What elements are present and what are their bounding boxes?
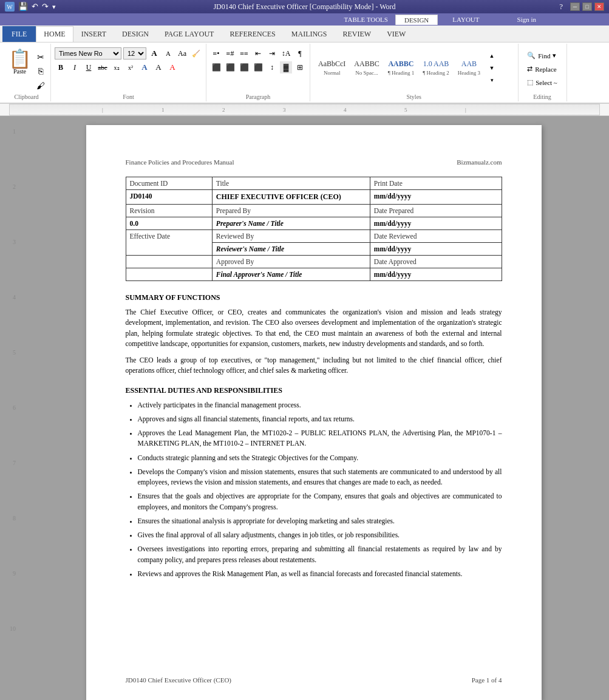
style-heading2[interactable]: 1.0 AAB ¶ Heading 2 [418, 57, 454, 78]
shrink-font-button[interactable]: A [162, 47, 174, 59]
title-bar: W 💾 ↶ ↷ ▾ JD0140 Chief Executive Officer… [0, 0, 609, 13]
find-label: Find [538, 52, 550, 59]
empty-cell-2 [126, 268, 212, 281]
page-marker-10: 10 [10, 625, 16, 632]
styles-more[interactable]: ▾ [486, 74, 498, 86]
page-marker-1: 1 [13, 128, 16, 135]
style-normal-label: Normal [324, 70, 341, 76]
styles-scroll-up[interactable]: ▲ [486, 50, 498, 62]
bold-button[interactable]: B [55, 61, 67, 73]
table-layout-tab[interactable]: LAYOUT [440, 15, 491, 24]
summary-paragraph-2: The CEO leads a group of top executives,… [126, 355, 502, 376]
replace-button[interactable]: ⇄ Replace [523, 63, 561, 75]
replace-icon: ⇄ [527, 65, 532, 73]
list-item: Actively participates in the financial m… [138, 400, 502, 410]
strikethrough-button[interactable]: abc [97, 61, 109, 73]
quick-access-save[interactable]: 💾 [18, 2, 28, 12]
sign-in[interactable]: Sign in [517, 16, 536, 23]
help-btn[interactable]: ? [559, 2, 563, 12]
text-effects-button[interactable]: A [138, 61, 151, 73]
line-spacing-button[interactable]: ↕ [266, 61, 278, 73]
bullets-button[interactable]: ≡• [210, 47, 222, 59]
select-label: Select ~ [536, 79, 557, 86]
print-date-value: mm/dd/yyyy [370, 190, 502, 205]
document-header: Finance Policies and Procedures Manual B… [126, 158, 502, 166]
highlight-button[interactable]: A [152, 61, 165, 73]
center-button[interactable]: ⬛ [224, 61, 236, 73]
increase-indent-button[interactable]: ⇥ [266, 47, 278, 59]
clear-format-button[interactable]: Aa [176, 47, 188, 59]
font-name-select[interactable]: Times New Ro [55, 47, 121, 59]
italic-button[interactable]: I [69, 61, 81, 73]
superscript-button[interactable]: x² [124, 61, 137, 73]
numbering-button[interactable]: ≡# [224, 47, 236, 59]
restore-btn[interactable]: □ [582, 2, 592, 11]
styles-scroll-down[interactable]: ▼ [486, 62, 498, 74]
close-btn[interactable]: ✕ [594, 2, 604, 11]
grow-font-button[interactable]: A [148, 47, 160, 59]
decrease-indent-button[interactable]: ⇤ [252, 47, 264, 59]
minimize-btn[interactable]: ─ [570, 2, 580, 11]
style-heading3-preview: AAB [461, 59, 477, 69]
change-case-button[interactable]: 🧹 [190, 47, 202, 59]
empty-cell [126, 256, 212, 268]
main-area: 1 2 3 4 5 6 7 8 9 10 Finance Policies an… [0, 116, 609, 700]
tab-review[interactable]: REVIEW [335, 26, 379, 42]
multilevel-button[interactable]: ≡≡ [238, 47, 250, 59]
quick-access-undo[interactable]: ↶ [32, 2, 38, 12]
paste-icon: 📋 [9, 50, 31, 68]
tab-home[interactable]: HOME [36, 26, 73, 42]
approved-by-label: Approved By [212, 256, 370, 268]
align-left-button[interactable]: ⬛ [210, 61, 222, 73]
style-heading1-label: ¶ Heading 1 [388, 70, 415, 76]
style-no-spacing[interactable]: AABBC No Spac... [350, 57, 383, 78]
list-item: Conducts strategic planning and sets the… [138, 453, 502, 463]
title-bar-right: ? ─ □ ✕ [559, 2, 604, 12]
tab-page-layout[interactable]: PAGE LAYOUT [157, 26, 222, 42]
font-size-select[interactable]: 12 [123, 47, 146, 59]
cut-button[interactable]: ✂ [35, 51, 47, 63]
tab-design[interactable]: DESIGN [114, 26, 157, 42]
sort-button[interactable]: ↕A [280, 47, 292, 59]
list-item: Reviews and approves the Risk Management… [138, 569, 502, 579]
font-color-button[interactable]: A [166, 61, 179, 73]
style-heading3[interactable]: AAB Heading 3 [454, 57, 485, 78]
tab-file[interactable]: FILE [2, 26, 36, 42]
style-heading1[interactable]: AABBC ¶ Heading 1 [384, 57, 419, 78]
style-no-spacing-label: No Spac... [355, 70, 378, 76]
find-icon: 🔍 [527, 52, 536, 59]
title-label: Title [212, 177, 370, 190]
underline-button[interactable]: U [83, 61, 95, 73]
align-right-button[interactable]: ⬛ [238, 61, 250, 73]
tab-mailings[interactable]: MAILINGS [284, 26, 335, 42]
date-approved-label: Date Approved [370, 256, 502, 268]
customize-qat[interactable]: ▾ [52, 3, 56, 11]
style-normal[interactable]: AaBbCcI Normal [314, 57, 350, 78]
doc-id-value: JD0140 [126, 190, 212, 205]
duties-heading: ESSENTIAL DUTIES AND RESPONSIBILITIES [126, 386, 502, 395]
date-approved-value: mm/dd/yyyy [370, 268, 502, 281]
list-item: Approves and signs all financial stateme… [138, 414, 502, 424]
paragraph-label: Paragraph [246, 92, 271, 100]
table-row-3: Revision Prepared By Date Prepared [126, 205, 502, 217]
page-marker-7: 7 [13, 460, 16, 466]
table-design-tab[interactable]: DESIGN [395, 15, 438, 25]
quick-access-redo[interactable]: ↷ [42, 2, 49, 12]
copy-button[interactable]: ⎘ [35, 66, 47, 78]
find-button[interactable]: 🔍 Find ▾ [523, 50, 561, 61]
subscript-button[interactable]: x₂ [111, 61, 123, 73]
table-row-8: Final Approver's Name / Title mm/dd/yyyy [126, 268, 502, 281]
show-marks-button[interactable]: ¶ [294, 47, 306, 59]
page-marker-3: 3 [13, 239, 16, 245]
header-left: Finance Policies and Procedures Manual [126, 158, 234, 166]
tab-references[interactable]: REFERENCES [222, 26, 283, 42]
document-page[interactable]: Finance Policies and Procedures Manual B… [86, 125, 542, 700]
format-painter-button[interactable]: 🖌 [35, 80, 47, 92]
borders-button[interactable]: ⊞ [294, 61, 306, 73]
tab-view[interactable]: VIEW [379, 26, 413, 42]
shading-button[interactable]: ▓ [280, 61, 292, 73]
select-button[interactable]: ⬚ Select ~ [523, 76, 561, 88]
justify-button[interactable]: ⬛ [252, 61, 264, 73]
tab-insert[interactable]: INSERT [73, 26, 114, 42]
paste-button[interactable]: 📋 Paste [6, 47, 33, 77]
